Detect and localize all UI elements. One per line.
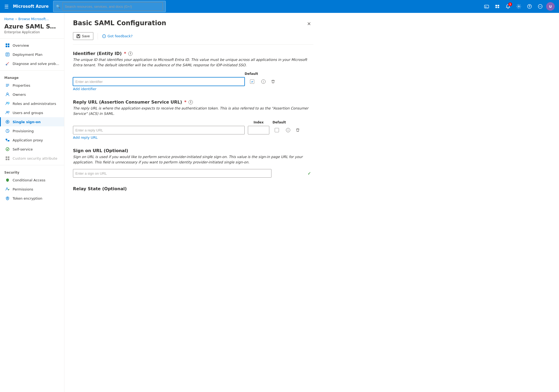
identifier-section: Identifier (Entity ID) * i The unique ID… xyxy=(73,51,313,91)
reply-url-info-icon[interactable]: i xyxy=(189,100,193,104)
svg-point-11 xyxy=(540,6,540,7)
sidebar-item-appproxy-label: Application proxy xyxy=(13,138,43,142)
svg-rect-3 xyxy=(498,5,499,6)
overview-icon xyxy=(5,43,10,48)
relay-state-title-text: Relay State (Optional) xyxy=(73,186,127,191)
svg-point-31 xyxy=(7,121,8,122)
save-icon xyxy=(76,34,80,38)
settings-icon[interactable] xyxy=(514,2,524,11)
help-icon[interactable] xyxy=(525,2,534,11)
add-reply-url-link[interactable]: Add reply URL xyxy=(73,135,98,140)
saml-config-panel: Basic SAML Configuration ✕ Save xyxy=(64,13,322,206)
cloud-shell-icon[interactable] xyxy=(482,2,491,11)
reply-url-delete-btn[interactable] xyxy=(294,126,301,134)
reply-url-default-checkbox-wrap xyxy=(273,128,281,132)
conditional-access-icon xyxy=(5,178,10,182)
sidebar-item-users[interactable]: Users and groups xyxy=(0,108,64,117)
reply-url-index-header: Index xyxy=(248,120,269,124)
reply-url-description: The reply URL is where the application e… xyxy=(73,106,313,116)
nav-icon-group: 1 U xyxy=(482,2,555,11)
feedback-link[interactable]: Got feedback? xyxy=(102,34,133,38)
sidebar-item-permissions[interactable]: Permissions xyxy=(0,185,64,194)
hamburger-icon[interactable]: ☰ xyxy=(4,4,9,9)
reply-url-info-btn[interactable]: i xyxy=(284,126,292,134)
svg-rect-15 xyxy=(6,46,7,47)
appproxy-icon xyxy=(5,138,10,142)
roles-icon xyxy=(5,101,10,106)
sidebar-item-deployment[interactable]: Deployment Plan xyxy=(0,50,64,59)
reply-url-default-checkbox[interactable] xyxy=(275,128,279,132)
sidebar-divider-top xyxy=(0,38,64,39)
svg-rect-0 xyxy=(484,5,489,8)
svg-point-29 xyxy=(8,111,9,113)
reply-url-index-input[interactable] xyxy=(248,126,269,134)
svg-rect-47 xyxy=(77,36,79,38)
notifications-icon[interactable]: 1 xyxy=(503,2,513,11)
portal-menu-icon[interactable] xyxy=(492,2,502,11)
identifier-default-header: Default xyxy=(245,72,258,76)
add-identifier-link[interactable]: Add identifier xyxy=(73,87,97,91)
breadcrumb-browse[interactable]: Browse Microsoft... xyxy=(18,17,49,21)
identifier-required-star: * xyxy=(124,51,126,56)
sidebar-item-sso-label: Single sign-on xyxy=(13,120,41,124)
sidebar-item-users-label: Users and groups xyxy=(13,111,43,115)
sidebar-item-sso[interactable]: Single sign-on xyxy=(0,117,64,126)
sidebar-item-selfservice[interactable]: Self-service xyxy=(0,145,64,154)
sidebar-item-diagnose-label: Diagnose and solve prob... xyxy=(13,62,59,66)
sidebar-item-diagnose[interactable]: Diagnose and solve prob... xyxy=(0,59,64,68)
svg-rect-41 xyxy=(8,159,9,160)
feedback-label: Got feedback? xyxy=(108,34,133,38)
identifier-info-icon[interactable]: i xyxy=(128,52,133,56)
feedback-icon[interactable] xyxy=(535,2,545,11)
breadcrumb-separator: › xyxy=(15,17,17,21)
svg-rect-5 xyxy=(498,7,499,8)
sidebar-item-conditional-access-label: Conditional Access xyxy=(13,178,45,182)
search-bar[interactable]: 🔍 xyxy=(53,1,166,12)
identifier-default-checkbox[interactable] xyxy=(250,79,254,84)
reply-url-input-wrap xyxy=(73,126,245,134)
reply-url-required-star: * xyxy=(184,100,186,105)
identifier-input[interactable] xyxy=(73,77,245,86)
sidebar-item-appproxy[interactable]: Application proxy xyxy=(0,135,64,145)
svg-rect-14 xyxy=(8,43,9,45)
notification-badge: 1 xyxy=(508,2,512,6)
svg-rect-40 xyxy=(6,159,7,160)
reply-url-input[interactable] xyxy=(73,126,245,134)
svg-point-42 xyxy=(6,188,8,189)
token-encryption-icon xyxy=(5,196,10,201)
sidebar-divider-security xyxy=(0,165,64,165)
sidebar-item-conditional-access[interactable]: Conditional Access xyxy=(0,175,64,185)
svg-point-28 xyxy=(6,111,8,113)
svg-point-49 xyxy=(103,36,104,36)
svg-point-51 xyxy=(104,36,105,36)
reply-url-section: Reply URL (Assertion Consumer Service UR… xyxy=(73,100,313,140)
reply-url-default-header: Default xyxy=(273,120,286,124)
identifier-info-btn[interactable]: i xyxy=(260,78,267,85)
selfservice-icon xyxy=(5,147,10,152)
sso-icon xyxy=(5,119,10,124)
sidebar-item-properties[interactable]: Properties xyxy=(0,81,64,90)
sign-on-url-input[interactable] xyxy=(73,169,271,178)
reply-url-field-row: i xyxy=(73,126,313,134)
save-button[interactable]: Save xyxy=(73,32,93,40)
reply-url-index-input-wrap xyxy=(248,126,269,134)
user-avatar[interactable]: U xyxy=(546,2,555,11)
svg-rect-4 xyxy=(495,7,497,8)
permissions-icon xyxy=(5,187,10,192)
sidebar-item-token-encryption[interactable]: Token encryption xyxy=(0,194,64,203)
svg-rect-16 xyxy=(8,46,9,47)
brand-name: Microsoft Azure xyxy=(13,4,49,9)
feedback-icon xyxy=(102,34,106,38)
panel-toolbar: Save Got feedback? xyxy=(73,32,313,45)
sidebar-item-provisioning[interactable]: Provisioning xyxy=(0,126,64,135)
sidebar-item-overview[interactable]: Overview xyxy=(0,41,64,50)
svg-point-50 xyxy=(104,36,104,36)
breadcrumb-home[interactable]: Home xyxy=(4,17,14,21)
sidebar-item-owners[interactable]: Owners xyxy=(0,90,64,99)
search-input[interactable] xyxy=(62,2,163,11)
sidebar-item-roles[interactable]: Roles and administrators xyxy=(0,99,64,108)
search-icon: 🔍 xyxy=(56,5,60,9)
close-button[interactable]: ✕ xyxy=(305,19,313,28)
identifier-delete-btn[interactable] xyxy=(269,78,277,85)
svg-point-10 xyxy=(539,6,540,7)
